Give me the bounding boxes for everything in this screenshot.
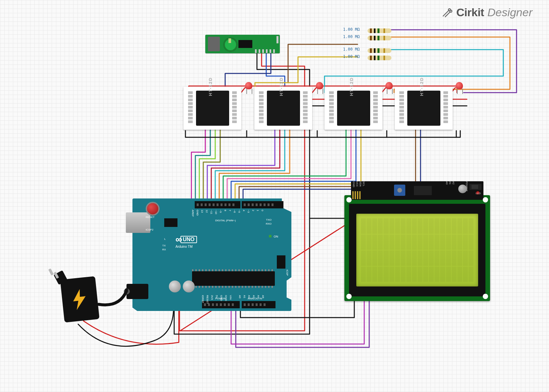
lcd-screen — [356, 214, 478, 286]
decoder-3-label: HT-12D — [349, 71, 354, 96]
arduino-on-label: ON — [274, 235, 278, 238]
lcd-grid — [361, 218, 474, 282]
power-adapter[interactable] — [56, 271, 103, 327]
arduino-icsp-label: ICSP — [286, 270, 289, 276]
arduino-icsp2-label: ICSP2 — [146, 228, 153, 231]
resistor-1[interactable]: 1.00 MΩ — [368, 28, 391, 33]
brand-name-1: Cirkit — [456, 6, 484, 19]
led-2[interactable] — [316, 82, 325, 94]
arduino-atmega-chip — [192, 271, 275, 286]
rf-receiver[interactable] — [205, 35, 280, 53]
led-1[interactable] — [245, 82, 254, 94]
circuit-canvas[interactable]: Cirkit Designer — [0, 0, 549, 392]
arduino-header-digital-high — [195, 201, 240, 208]
lcd-i2c-backpack: GND VCC SDA SCL A0 A1 A2 POWER LED — [351, 181, 483, 200]
rf-crystal — [208, 37, 220, 51]
led-4[interactable] — [456, 82, 465, 94]
resistor-4[interactable]: 1.00 MΩ — [368, 56, 391, 60]
rf-antenna-pad — [276, 36, 278, 43]
svg-point-1 — [450, 10, 452, 12]
rf-coil — [223, 37, 238, 52]
lcd-backlight-jumper[interactable] — [470, 184, 481, 190]
brand-watermark: Cirkit Designer — [442, 6, 532, 19]
decoder-1-label: HT-12D — [208, 71, 213, 96]
arduino-reset-button[interactable] — [147, 203, 158, 214]
arduino-barrel-jack — [126, 284, 148, 299]
decoder-2[interactable]: HT-12D — [254, 87, 312, 130]
resistor-3[interactable]: 1.00 MΩ — [368, 48, 391, 53]
arduino-logo: ∞ UNO — [175, 234, 197, 245]
brand-name-2: Designer — [487, 6, 532, 19]
brand-icon — [442, 7, 453, 18]
arduino-header-digital-low — [242, 201, 283, 208]
lightning-icon — [70, 288, 89, 311]
decoder-1[interactable]: HT-12D — [183, 87, 241, 130]
arduino-on-led — [269, 235, 272, 238]
decoder-3[interactable]: HT-12D — [324, 87, 382, 130]
decoder-2-label: HT-12D — [279, 71, 284, 96]
power-plug — [49, 271, 67, 286]
arduino-icsp — [277, 255, 285, 269]
arduino-reset-label: RESET — [146, 216, 155, 219]
lcd-20x4-i2c[interactable]: GND VCC SDA SCL A0 A1 A2 POWER LED — [344, 195, 490, 301]
led-3[interactable] — [385, 82, 395, 94]
rf-pins — [255, 49, 275, 53]
decoder-4[interactable]: HT-12D — [395, 87, 453, 130]
arduino-pins-top: AREFGND1312~11~10~987~6~54~3210 — [192, 210, 264, 217]
decoder-4-label: HT-12D — [419, 71, 424, 96]
arduino-uno[interactable]: RESET ICSP2 ICSP ∞ UNO Arduino TM ON L T… — [132, 198, 291, 311]
rf-chip — [238, 40, 252, 48]
arduino-pins-bot: IOREFRESET3V35VGNDGNDVIN A0A1A2A3A4A5 — [202, 295, 265, 304]
arduino-digital-label: DIGITAL (PWM~) — [215, 219, 236, 222]
lcd-contrast-pot[interactable] — [394, 185, 405, 196]
resistor-2[interactable]: 1.00 MΩ — [368, 36, 391, 40]
arduino-icsp2 — [164, 218, 177, 227]
